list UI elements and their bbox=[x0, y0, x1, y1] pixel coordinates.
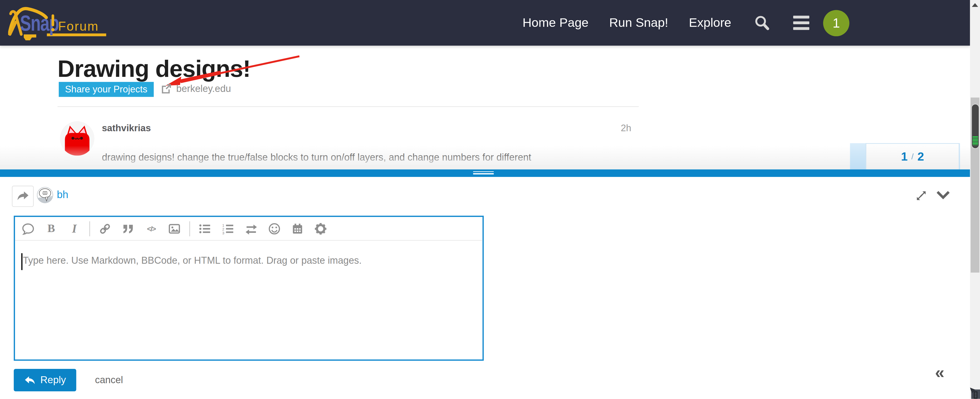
editor-toolbar: B I </> 123 bbox=[15, 217, 483, 241]
site-header: Snap Forum Home Page Run Snap! Explore 1 bbox=[0, 0, 970, 46]
fullscreen-composer-icon[interactable] bbox=[915, 189, 928, 204]
comic-avatar bbox=[37, 187, 53, 203]
snap-forum-logo[interactable]: Snap Forum bbox=[8, 4, 106, 43]
reply-to-username[interactable]: bh bbox=[57, 188, 68, 200]
toolbar-separator bbox=[89, 221, 90, 236]
topic-external-link[interactable]: berkeley.edu bbox=[161, 83, 231, 94]
composer-textarea[interactable]: Type here. Use Markdown, BBCode, or HTML… bbox=[15, 241, 483, 283]
search-icon[interactable] bbox=[754, 14, 770, 31]
bulleted-list-icon[interactable] bbox=[199, 223, 211, 235]
emoji-icon[interactable] bbox=[268, 223, 281, 235]
timeline-total-posts: 2 bbox=[918, 150, 924, 164]
toolbar-separator bbox=[189, 221, 190, 236]
header-nav: Home Page Run Snap! Explore 1 bbox=[502, 0, 850, 46]
reply-submit-button[interactable]: Reply bbox=[14, 369, 76, 391]
blockquote-icon[interactable] bbox=[122, 223, 135, 235]
divider bbox=[57, 106, 639, 107]
external-link-icon bbox=[161, 84, 171, 94]
gear-icon[interactable] bbox=[314, 223, 327, 235]
svg-text:2: 2 bbox=[222, 227, 224, 231]
text-caret bbox=[21, 253, 22, 270]
grippie-handle-icon bbox=[473, 171, 494, 176]
scrollbar-up-arrow[interactable] bbox=[972, 3, 978, 7]
post-timestamp[interactable]: 2h bbox=[612, 122, 631, 133]
numbered-list-icon[interactable]: 123 bbox=[222, 223, 234, 235]
exchange-icon[interactable] bbox=[245, 223, 258, 235]
cancel-link[interactable]: cancel bbox=[95, 374, 123, 385]
calendar-icon[interactable] bbox=[291, 223, 304, 235]
timeline-separator: / bbox=[912, 152, 914, 161]
category-badge[interactable]: Share your Projects bbox=[59, 82, 154, 97]
hide-preview-button[interactable]: « bbox=[935, 364, 945, 381]
reply-to-user-avatar[interactable] bbox=[37, 187, 53, 203]
composer-editor: B I </> 123 bbox=[14, 216, 484, 361]
quote-post-icon[interactable] bbox=[22, 223, 35, 235]
nav-link-run-snap[interactable]: Run Snap! bbox=[609, 16, 668, 30]
corner-overlay-icon[interactable] bbox=[970, 386, 980, 399]
svg-text:3: 3 bbox=[222, 231, 224, 235]
code-icon[interactable]: </> bbox=[145, 223, 158, 235]
reply-indicator-button[interactable] bbox=[12, 185, 34, 207]
red-cat-avatar bbox=[60, 121, 94, 156]
snap-forum-logo-graphic: Snap Forum bbox=[8, 4, 106, 43]
nav-link-home-page[interactable]: Home Page bbox=[522, 16, 589, 30]
italic-icon[interactable]: I bbox=[68, 223, 81, 235]
hamburger-menu-icon[interactable] bbox=[793, 16, 810, 30]
share-arrow-icon bbox=[16, 190, 29, 202]
user-avatar-badge[interactable]: 1 bbox=[823, 10, 850, 36]
minimize-composer-chevron-icon[interactable] bbox=[936, 191, 950, 203]
composer-top-strip bbox=[0, 165, 970, 170]
external-link-domain: berkeley.edu bbox=[177, 83, 231, 94]
svg-text:1: 1 bbox=[222, 223, 224, 227]
scroll-marker-stripes bbox=[972, 135, 978, 146]
topic-title[interactable]: Drawing designs! bbox=[57, 56, 250, 83]
page-scrollbar[interactable] bbox=[970, 0, 980, 399]
reply-button-label: Reply bbox=[40, 375, 66, 386]
post-body-text: drawing designs! change the true/false b… bbox=[102, 152, 664, 163]
upload-image-icon[interactable] bbox=[168, 223, 181, 235]
post-author-avatar[interactable] bbox=[60, 121, 94, 156]
post-author-username[interactable]: sathvikrias bbox=[102, 122, 151, 133]
nav-link-explore[interactable]: Explore bbox=[689, 16, 731, 30]
topic-timeline-counter[interactable]: 1 / 2 bbox=[865, 143, 959, 170]
timeline-current-post: 1 bbox=[901, 150, 907, 164]
scroll-progress-marker bbox=[971, 104, 979, 149]
hyperlink-icon[interactable] bbox=[99, 223, 111, 235]
brand-forum-text: Forum bbox=[58, 19, 99, 33]
bold-icon[interactable]: B bbox=[45, 223, 57, 235]
reply-arrow-icon bbox=[24, 375, 35, 385]
reply-composer: bh B I bbox=[0, 176, 970, 399]
editor-placeholder-text: Type here. Use Markdown, BBCode, or HTML… bbox=[23, 255, 362, 266]
page: Snap Forum Home Page Run Snap! Explore 1… bbox=[0, 0, 980, 399]
composer-resize-grippie[interactable] bbox=[0, 170, 970, 176]
